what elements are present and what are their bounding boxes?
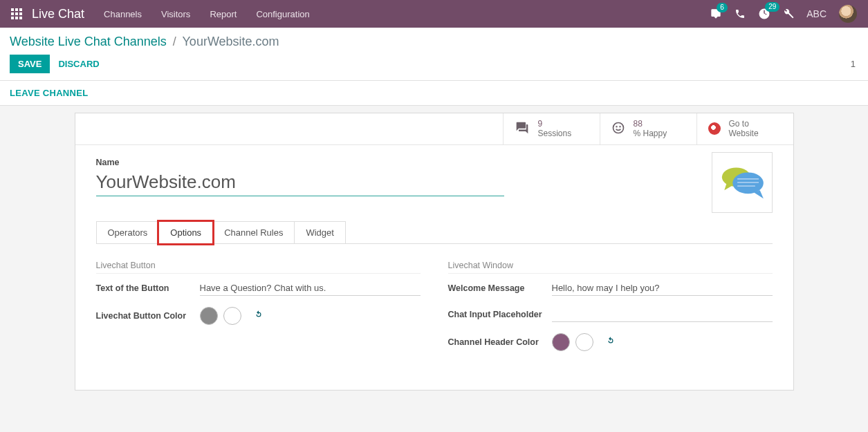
discard-button[interactable]: DISCARD (50, 55, 107, 73)
svg-rect-14 (737, 178, 759, 180)
svg-rect-1 (15, 8, 18, 11)
comments-icon (515, 121, 530, 137)
stat-website-line2: Website (729, 129, 759, 138)
welcome-label: Welcome Message (448, 283, 552, 293)
nav-configuration[interactable]: Configuration (256, 9, 309, 19)
breadcrumb-root[interactable]: Website Live Chat Channels (10, 35, 167, 48)
control-bar: Website Live Chat Channels / YourWebsite… (0, 28, 868, 81)
messages-icon[interactable]: 6 (710, 8, 722, 19)
header-color-swatch-2[interactable] (575, 333, 593, 351)
tab-widget[interactable]: Widget (294, 221, 345, 244)
smile-icon (611, 121, 625, 137)
nav-channels[interactable]: Channels (104, 9, 142, 19)
button-text-label: Text of the Button (96, 283, 200, 293)
avatar[interactable] (839, 5, 857, 23)
phone-icon[interactable] (735, 8, 746, 19)
save-button[interactable]: SAVE (10, 55, 50, 73)
tab-operators[interactable]: Operators (96, 221, 160, 244)
header-color-reset-icon[interactable] (606, 336, 616, 348)
form-sheet: 9 Sessions 88 % Happy Go to Website (75, 113, 794, 391)
breadcrumb: Website Live Chat Channels / YourWebsite… (10, 35, 858, 49)
breadcrumb-sep: / (173, 35, 176, 48)
activities-badge: 29 (765, 2, 779, 12)
tab-options[interactable]: Options (158, 221, 213, 244)
section-livechat-window: Livechat Window (448, 261, 773, 274)
button-color-reset-icon[interactable] (254, 310, 264, 321)
svg-rect-5 (19, 12, 22, 15)
stat-happy-value: 88 (634, 119, 667, 129)
breadcrumb-current: YourWebsite.com (183, 35, 279, 48)
stat-website-line1: Go to (729, 119, 759, 129)
svg-rect-4 (15, 12, 18, 15)
apps-icon[interactable] (11, 8, 22, 19)
welcome-input[interactable] (552, 281, 773, 296)
nav-visitors[interactable]: Visitors (161, 9, 190, 19)
name-input[interactable] (96, 170, 504, 196)
topbar: Live Chat Channels Visitors Report Confi… (0, 0, 868, 28)
svg-rect-2 (19, 8, 22, 11)
stat-sessions[interactable]: 9 Sessions (503, 113, 600, 144)
stat-sessions-label: Sessions (538, 129, 572, 138)
nav-menu: Channels Visitors Report Configuration (104, 9, 310, 19)
globe-icon (708, 122, 721, 135)
header-color-swatch-1[interactable] (552, 333, 570, 351)
record-counter: 1 (851, 59, 858, 69)
header-color-label: Channel Header Color (448, 337, 552, 347)
secondary-bar: LEAVE CHANNEL (0, 81, 868, 106)
leave-channel-button[interactable]: LEAVE CHANNEL (10, 88, 88, 98)
button-text-input[interactable] (200, 281, 421, 296)
svg-point-10 (616, 126, 617, 127)
svg-rect-3 (11, 12, 14, 15)
button-color-label: Livechat Button Color (96, 311, 200, 321)
button-color-swatch-2[interactable] (223, 307, 241, 325)
button-color-swatch-1[interactable] (200, 307, 218, 325)
messages-badge: 6 (717, 3, 728, 12)
options-right-col: Livechat Window Welcome Message Chat Inp… (448, 261, 773, 362)
user-menu[interactable]: ABC (806, 8, 827, 19)
stat-sessions-value: 9 (538, 119, 572, 129)
svg-rect-7 (15, 17, 18, 19)
svg-point-13 (732, 172, 764, 194)
svg-rect-0 (11, 8, 14, 11)
stat-website[interactable]: Go to Website (696, 113, 793, 144)
app-brand[interactable]: Live Chat (32, 7, 84, 21)
stat-happy[interactable]: 88 % Happy (600, 113, 696, 144)
name-label: Name (96, 158, 773, 167)
svg-rect-8 (19, 17, 22, 19)
stat-happy-label: % Happy (634, 129, 667, 138)
svg-point-9 (613, 122, 623, 133)
section-livechat-button: Livechat Button (96, 261, 421, 274)
svg-rect-15 (737, 182, 759, 183)
channel-image[interactable] (712, 152, 773, 213)
svg-rect-16 (737, 185, 755, 187)
placeholder-input[interactable] (552, 307, 773, 322)
debug-icon[interactable] (783, 8, 794, 19)
stat-row: 9 Sessions 88 % Happy Go to Website (75, 113, 793, 145)
placeholder-label: Chat Input Placeholder (448, 310, 552, 319)
tabs: Operators Options Channel Rules Widget (96, 221, 773, 244)
nav-report[interactable]: Report (210, 9, 237, 19)
tab-channel-rules[interactable]: Channel Rules (212, 221, 295, 244)
options-left-col: Livechat Button Text of the Button Livec… (96, 261, 421, 362)
svg-point-11 (620, 126, 620, 127)
svg-rect-6 (11, 17, 14, 19)
activities-icon[interactable]: 29 (758, 8, 770, 20)
